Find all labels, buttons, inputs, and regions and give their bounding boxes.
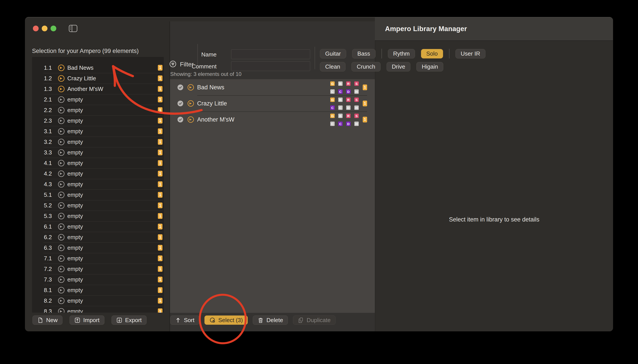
slot-count-badge: 1	[158, 76, 163, 81]
sidebar-list-item[interactable]: 7.2 empty 1	[32, 264, 164, 274]
filter-icon	[169, 60, 176, 68]
library-footer-buttons: SortSelect (3)DeleteDuplicate	[170, 316, 336, 325]
sidebar-list-item[interactable]: 6.3 empty 1	[32, 242, 164, 253]
filter-chip-user-ir[interactable]: User IR	[455, 49, 485, 58]
sidebar-list-item[interactable]: 4.2 empty 1	[32, 168, 164, 179]
close-window-button[interactable]	[33, 26, 39, 31]
filter-chip-guitar[interactable]: Guitar	[320, 49, 346, 58]
category-badge: S	[354, 114, 359, 118]
comment-filter-input[interactable]	[231, 61, 310, 71]
speaker-icon	[58, 160, 65, 166]
library-item-name: Another M'sW	[197, 116, 234, 123]
slot-count-badge: 1	[158, 224, 163, 230]
filter-chip-crunch[interactable]: Crunch	[351, 62, 381, 72]
item-count-badge: 1	[363, 117, 367, 122]
sidebar-list-item[interactable]: 3.2 empty 1	[32, 136, 164, 147]
slot-name: Bad News	[67, 64, 158, 71]
filter-chip-solo[interactable]: Solo	[421, 49, 443, 58]
sidebar-list-item[interactable]: 8.1 empty 1	[32, 285, 164, 296]
category-badge: C	[338, 122, 343, 126]
button-label: Export	[125, 317, 142, 324]
filter-chip-rythm[interactable]: Rythm	[388, 49, 415, 58]
sidebar-list-item[interactable]: 8.3 empty 1	[32, 306, 164, 312]
slot-number: 3.3	[32, 149, 52, 156]
chip-group-divider	[449, 49, 449, 58]
sidebar-list-item[interactable]: 2.3 empty 1	[32, 116, 164, 126]
category-badge: C	[330, 106, 335, 110]
category-badge: G	[330, 82, 335, 86]
slot-name: empty	[67, 223, 158, 230]
export-button[interactable]: Export	[112, 316, 147, 325]
speaker-icon	[58, 234, 65, 241]
category-badge: C	[338, 89, 343, 94]
zoom-window-button[interactable]	[51, 26, 56, 31]
slot-name: empty	[67, 213, 158, 220]
sidebar-list-item[interactable]: 1.1 Bad News 1	[32, 62, 164, 73]
sidebar-list-item[interactable]: 6.1 empty 1	[32, 221, 164, 232]
checked-icon[interactable]	[177, 100, 184, 106]
sidebar-list-item[interactable]: 1.3 Another M'sW 1	[32, 84, 164, 94]
sidebar-list-item[interactable]: 4.1 empty 1	[32, 158, 164, 168]
speaker-icon	[58, 287, 65, 294]
slot-count-badge: 1	[158, 65, 163, 70]
slot-count-badge: 1	[158, 277, 163, 282]
slot-name: empty	[67, 117, 158, 124]
category-badge: R	[346, 114, 351, 118]
filter-chip-bass[interactable]: Bass	[352, 49, 375, 58]
speaker-icon	[58, 255, 65, 262]
sidebar-list-item[interactable]: 2.1 empty 1	[32, 94, 164, 105]
sidebar-list-item[interactable]: 2.2 empty 1	[32, 105, 164, 116]
sidebar-list[interactable]: 1.1 Bad News 1 1.2 Crazy Little 1 1.3 An…	[32, 57, 164, 312]
slot-number: 8.2	[32, 298, 52, 304]
import-button[interactable]: Import	[70, 316, 105, 325]
slot-count-badge: 1	[158, 86, 163, 92]
slot-count-badge: 1	[158, 287, 163, 293]
speaker-icon	[58, 244, 65, 251]
slot-name: empty	[67, 266, 158, 272]
sidebar-list-item[interactable]: 5.3 empty 1	[32, 211, 164, 221]
sidebar-list-item[interactable]: 6.2 empty 1	[32, 232, 164, 242]
sidebar-toggle-icon[interactable]	[69, 25, 78, 32]
slot-name: empty	[67, 287, 158, 294]
delete-button[interactable]: Delete	[253, 316, 288, 325]
category-badge: R	[346, 98, 351, 102]
sidebar-list-item[interactable]: 8.2 empty 1	[32, 296, 164, 306]
sidebar-footer-buttons: NewImportExport	[33, 316, 147, 325]
speaker-icon	[58, 64, 65, 71]
filter-chip-drive[interactable]: Drive	[387, 62, 411, 72]
checked-icon[interactable]	[177, 116, 184, 123]
sidebar-list-item[interactable]: 7.3 empty 1	[32, 274, 164, 285]
select-3-button[interactable]: Select (3)	[204, 316, 248, 325]
category-badge: H	[354, 89, 359, 94]
name-filter-input[interactable]	[231, 50, 310, 59]
category-badge: S	[354, 98, 359, 102]
button-label: Select (3)	[218, 317, 243, 324]
button-label: Import	[83, 317, 100, 324]
sidebar-list-item[interactable]: 4.3 empty 1	[32, 179, 164, 190]
new-button[interactable]: New	[33, 316, 63, 325]
slot-number: 3.2	[32, 138, 52, 146]
slot-name: empty	[67, 170, 158, 177]
minimize-window-button[interactable]	[42, 26, 48, 31]
library-row[interactable]: Another M'sW GBRS CCDH 1	[170, 112, 375, 128]
slot-number: 6.3	[32, 244, 52, 251]
slot-number: 4.2	[32, 170, 52, 177]
sidebar-list-item[interactable]: 3.3 empty 1	[32, 147, 164, 158]
category-badge: G	[330, 98, 335, 102]
speaker-icon	[187, 116, 194, 123]
speaker-icon	[58, 117, 65, 124]
sidebar-list-item[interactable]: 7.1 empty 1	[32, 253, 164, 264]
filter-chip-clean[interactable]: Clean	[320, 62, 345, 72]
filter-chip-higain[interactable]: Higain	[416, 62, 443, 72]
slot-name: empty	[67, 192, 158, 198]
library-list[interactable]: Bad News GBRS CCDH 1 Crazy Little GBRS C…	[170, 79, 375, 313]
category-badge: C	[338, 106, 343, 110]
checked-icon[interactable]	[177, 84, 184, 90]
sidebar-list-item[interactable]: 3.1 empty 1	[32, 126, 164, 136]
library-row[interactable]: Crazy Little GBRS CCDH 1	[170, 95, 375, 112]
library-row[interactable]: Bad News GBRS CCDH 1	[170, 79, 375, 95]
sidebar-list-item[interactable]: 5.1 empty 1	[32, 190, 164, 200]
sidebar-list-item[interactable]: 1.2 Crazy Little 1	[32, 73, 164, 84]
sort-button[interactable]: Sort	[170, 316, 199, 325]
sidebar-list-item[interactable]: 5.2 empty 1	[32, 200, 164, 211]
